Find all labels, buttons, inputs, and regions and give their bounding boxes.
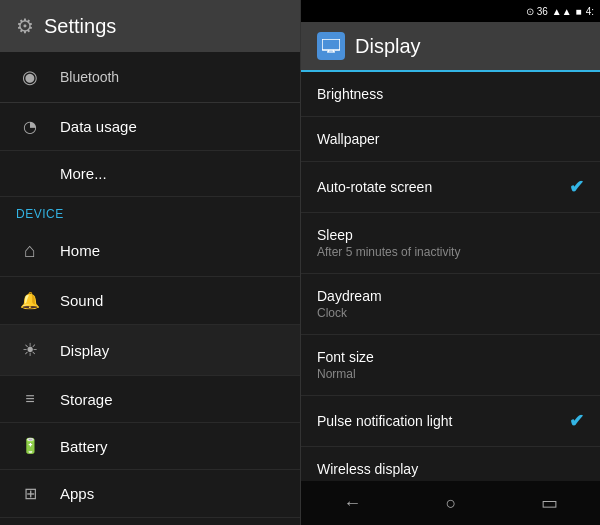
sidebar-item-label: Sound: [60, 292, 103, 309]
sidebar-item-label: Bluetooth: [60, 69, 119, 85]
battery-status-icon: ■: [576, 6, 582, 17]
status-icons-left: ⊙ 36: [526, 6, 548, 17]
display-item-content: Wallpaper: [317, 131, 380, 147]
display-item-title: Pulse notification light: [317, 413, 452, 429]
signal-icon: ▲▲: [552, 6, 572, 17]
display-item-subtitle: Normal: [317, 367, 374, 381]
display-item-title: Font size: [317, 349, 374, 365]
display-item-wallpaper[interactable]: Wallpaper: [301, 117, 600, 162]
display-item-title: Daydream: [317, 288, 382, 304]
display-setting-icon: ☀: [16, 339, 44, 361]
data-usage-icon: ◔: [16, 117, 44, 136]
sidebar-item-label: Data usage: [60, 118, 137, 135]
status-bar: ⊙ 36 ▲▲ ■ 4:: [301, 0, 600, 22]
display-title: Display: [355, 35, 421, 58]
apps-icon: ⊞: [16, 484, 44, 503]
display-item-content: Auto-rotate screen: [317, 179, 432, 195]
sidebar-item-label: Apps: [60, 485, 94, 502]
display-item-subtitle: Clock: [317, 306, 382, 320]
display-item-title: Wireless display: [317, 461, 418, 477]
display-item-content: Wireless display Disabled: [317, 461, 418, 481]
sidebar-item-battery[interactable]: 🔋 Battery: [0, 423, 300, 470]
sidebar-item-label: More...: [60, 165, 107, 182]
settings-list: ◉ Bluetooth ◔ Data usage More... DEVICE …: [0, 52, 300, 525]
sidebar-item-display[interactable]: ☀ Display: [0, 325, 300, 376]
display-item-sleep[interactable]: Sleep After 5 minutes of inactivity: [301, 213, 600, 274]
sidebar-item-label: Display: [60, 342, 109, 359]
battery-icon: 🔋: [16, 437, 44, 455]
sidebar-item-more[interactable]: More...: [0, 151, 300, 197]
display-item-font-size[interactable]: Font size Normal: [301, 335, 600, 396]
sidebar-item-storage[interactable]: ≡ Storage: [0, 376, 300, 423]
svg-rect-0: [322, 39, 340, 50]
gear-icon: ⚙: [16, 14, 34, 38]
right-header: Display: [301, 22, 600, 72]
section-header-device: DEVICE: [0, 197, 300, 225]
sidebar-item-home[interactable]: ⌂ Home: [0, 225, 300, 277]
display-item-daydream[interactable]: Daydream Clock: [301, 274, 600, 335]
home-button[interactable]: ○: [426, 485, 477, 522]
display-item-auto-rotate[interactable]: Auto-rotate screen ✔: [301, 162, 600, 213]
display-item-title: Auto-rotate screen: [317, 179, 432, 195]
display-item-content: Brightness: [317, 86, 383, 102]
sidebar-item-bluetooth[interactable]: ◉ Bluetooth: [0, 52, 300, 103]
sidebar-item-data-usage[interactable]: ◔ Data usage: [0, 103, 300, 151]
recents-button[interactable]: ▭: [521, 484, 578, 522]
back-button[interactable]: ←: [323, 485, 381, 522]
pulse-notification-checkmark: ✔: [569, 410, 584, 432]
sidebar-item-label: Home: [60, 242, 100, 259]
settings-title: Settings: [44, 15, 116, 38]
left-panel: ⚙ Settings ◉ Bluetooth ◔ Data usage More…: [0, 0, 300, 525]
storage-icon: ≡: [16, 390, 44, 408]
sidebar-item-sound[interactable]: 🔔 Sound: [0, 277, 300, 325]
display-item-content: Pulse notification light: [317, 413, 452, 429]
sidebar-item-label: Storage: [60, 391, 113, 408]
display-item-content: Sleep After 5 minutes of inactivity: [317, 227, 460, 259]
bottom-nav-bar: ← ○ ▭: [301, 481, 600, 525]
bluetooth-icon: ◉: [16, 66, 44, 88]
display-item-pulse-notification[interactable]: Pulse notification light ✔: [301, 396, 600, 447]
display-header-icon: [317, 32, 345, 60]
sidebar-item-apps[interactable]: ⊞ Apps: [0, 470, 300, 518]
display-item-title: Wallpaper: [317, 131, 380, 147]
sidebar-item-label: Battery: [60, 438, 108, 455]
display-item-brightness[interactable]: Brightness: [301, 72, 600, 117]
section-header-personal: PERSONAL: [0, 518, 300, 525]
right-panel: ⊙ 36 ▲▲ ■ 4: Display Brightness Wallpape: [300, 0, 600, 525]
sound-icon: 🔔: [16, 291, 44, 310]
home-icon: ⌂: [16, 239, 44, 262]
display-item-title: Sleep: [317, 227, 460, 243]
display-item-content: Daydream Clock: [317, 288, 382, 320]
auto-rotate-checkmark: ✔: [569, 176, 584, 198]
display-item-title: Brightness: [317, 86, 383, 102]
display-settings-list: Brightness Wallpaper Auto-rotate screen …: [301, 72, 600, 481]
status-time: 4:: [586, 6, 594, 17]
display-item-subtitle: After 5 minutes of inactivity: [317, 245, 460, 259]
left-header: ⚙ Settings: [0, 0, 300, 52]
display-item-wireless-display[interactable]: Wireless display Disabled: [301, 447, 600, 481]
display-item-content: Font size Normal: [317, 349, 374, 381]
